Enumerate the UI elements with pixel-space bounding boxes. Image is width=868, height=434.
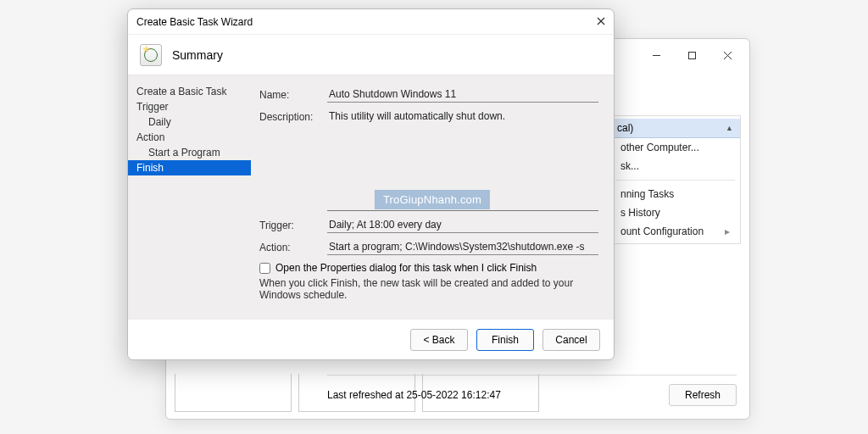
wizard-title: Create Basic Task Wizard <box>136 16 253 28</box>
wizard-close-button[interactable] <box>580 16 605 28</box>
create-basic-task-wizard: Create Basic Task Wizard Summary Create … <box>127 8 615 360</box>
action-value[interactable]: Start a program; C:\Windows\System32\shu… <box>327 240 598 255</box>
action-history[interactable]: s History <box>610 203 740 222</box>
action-connect[interactable]: other Computer... <box>610 138 740 157</box>
wizard-nav: Create a Basic Task Trigger Daily Action… <box>128 75 251 319</box>
refresh-button[interactable]: Refresh <box>669 384 737 406</box>
nav-trigger-daily[interactable]: Daily <box>128 114 251 130</box>
nav-action[interactable]: Action <box>128 130 251 145</box>
actions-pane: cal) ▲ other Computer... sk... nning Tas… <box>609 115 741 244</box>
name-value[interactable]: Auto Shutdown Windows 11 <box>327 87 598 103</box>
nav-create-basic-task[interactable]: Create a Basic Task <box>128 84 251 99</box>
close-button[interactable] <box>710 42 744 68</box>
nav-action-start-program[interactable]: Start a Program <box>128 145 251 160</box>
action-svc-config-label: ount Configuration <box>620 225 704 237</box>
wizard-button-row: < Back Finish Cancel <box>128 319 614 359</box>
wizard-titlebar: Create Basic Task Wizard <box>128 9 614 35</box>
actions-pane-header[interactable]: cal) ▲ <box>610 119 740 138</box>
trigger-value[interactable]: Daily; At 18:00 every day <box>327 218 598 233</box>
action-svc-config[interactable]: ount Configuration ▸ <box>610 222 740 241</box>
maximize-button[interactable] <box>675 42 709 68</box>
actions-header-label: cal) <box>617 122 633 134</box>
trigger-label: Trigger: <box>259 218 327 231</box>
status-text: Last refreshed at 25-05-2022 16:12:47 <box>327 389 501 401</box>
action-label: Action: <box>259 240 327 253</box>
description-label: Description: <box>259 109 327 123</box>
collapse-icon: ▲ <box>726 124 733 132</box>
chevron-right-icon: ▸ <box>725 225 730 237</box>
watermark: TroGiupNhanh.com <box>375 190 490 209</box>
cancel-button[interactable]: Cancel <box>542 329 600 351</box>
action-running-tasks[interactable]: nning Tasks <box>610 185 740 203</box>
nav-finish[interactable]: Finish <box>128 160 251 175</box>
wizard-icon <box>140 44 162 66</box>
open-properties-label: Open the Properties dialog for this task… <box>275 262 537 274</box>
wizard-content: Name: Auto Shutdown Windows 11 Descripti… <box>251 75 614 319</box>
finish-button[interactable]: Finish <box>476 329 534 351</box>
name-label: Name: <box>259 87 327 101</box>
wizard-hint: When you click Finish, the new task will… <box>259 277 598 301</box>
panel-box <box>175 374 292 412</box>
wizard-header: Summary <box>128 35 614 75</box>
open-properties-checkbox[interactable] <box>259 263 270 274</box>
minimize-button[interactable] <box>639 42 673 68</box>
page-heading: Summary <box>172 48 223 62</box>
svg-rect-1 <box>688 52 695 58</box>
separator <box>615 180 735 181</box>
back-button[interactable]: < Back <box>410 329 468 351</box>
nav-trigger[interactable]: Trigger <box>128 99 251 114</box>
status-bar: Last refreshed at 25-05-2022 16:12:47 Re… <box>327 375 737 406</box>
action-create-basic[interactable]: sk... <box>610 157 740 175</box>
wizard-body: Create a Basic Task Trigger Daily Action… <box>128 75 614 319</box>
